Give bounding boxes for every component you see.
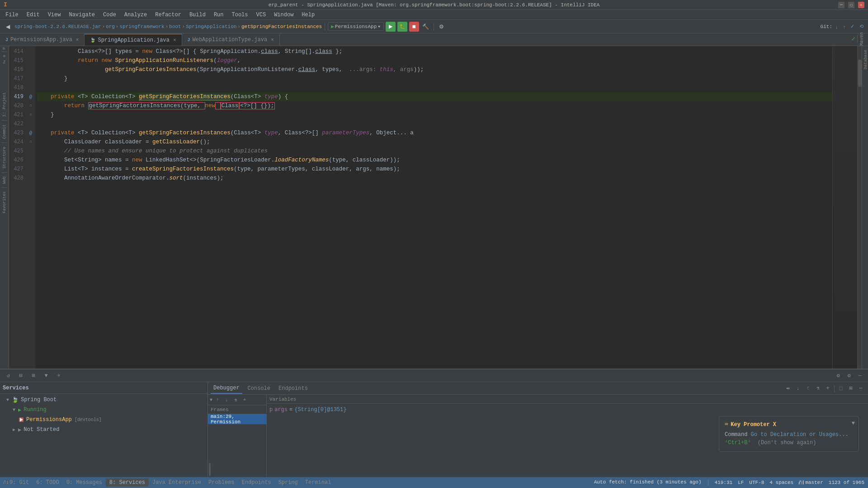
tab-permissionsapp[interactable]: J PermissionsApp.java × (0, 34, 85, 46)
tree-not-started[interactable]: ▶ ▶ Not Started (0, 425, 208, 435)
maximize-button[interactable]: ☐ (848, 2, 854, 8)
close-button[interactable]: ✕ (858, 2, 864, 8)
favorites-label[interactable]: Favorites (2, 191, 7, 213)
expand-arrow-notstarted[interactable]: ▶ (11, 427, 17, 432)
frame-filter-btn[interactable]: ⚗ (231, 396, 240, 404)
breadcrumb-method[interactable]: getSpringFactoriesInstances (241, 24, 322, 29)
frame-add-btn[interactable]: + (241, 396, 249, 404)
debugger-toolbar-more[interactable]: ⋯ (856, 384, 865, 393)
tab-webapplicationtype[interactable]: J WebApplicationType.java × (182, 34, 280, 46)
z-structure[interactable]: Z (3, 60, 5, 65)
close-tab-permissionsapp[interactable]: × (76, 37, 79, 43)
menu-file[interactable]: File (2, 11, 22, 19)
run-config-dropdown[interactable]: ▶ PermissionsApp ▾ (328, 22, 384, 31)
status-scroll-position[interactable]: 1123 of 1965 (829, 479, 864, 486)
services-add-btn[interactable]: + (54, 371, 63, 380)
status-line-endings[interactable]: LF (738, 479, 744, 486)
debugger-tab-console[interactable]: Console (245, 384, 273, 393)
commit-label[interactable]: Commit (2, 124, 7, 139)
close-tab-springapplication[interactable]: × (173, 38, 176, 43)
structure-label[interactable]: Structure (2, 147, 7, 169)
project-label[interactable]: 1: Project (2, 92, 7, 117)
git-push-button[interactable]: ↑ (841, 23, 848, 30)
minimize-button[interactable]: — (838, 2, 844, 8)
menu-navigate[interactable]: Navigate (65, 11, 99, 19)
menu-code[interactable]: Code (99, 11, 120, 19)
panel-config-btn[interactable]: ⚙ (844, 371, 854, 380)
breadcrumb-springframework[interactable]: springframework (119, 24, 164, 29)
debugger-toolbar-restore[interactable]: ⬚ (836, 384, 845, 393)
frames-scrollbar-2[interactable] (212, 462, 215, 477)
menu-window[interactable]: Window (270, 11, 297, 19)
frames-scroll-thumb[interactable] (209, 463, 211, 476)
scrollbar-thumb[interactable] (858, 60, 862, 87)
breadcrumb-springapplication[interactable]: SpringApplication (186, 24, 236, 29)
git-commit-button[interactable]: ✓ (849, 23, 856, 30)
kpx-close-chevron[interactable]: ▼ (852, 420, 855, 426)
menu-help[interactable]: Help (298, 11, 318, 19)
web-label[interactable]: Web (2, 176, 7, 184)
menu-tools[interactable]: Tools (228, 11, 252, 19)
menu-vcs[interactable]: VCS (253, 11, 270, 19)
frames-scrollbar[interactable] (208, 462, 212, 477)
breadcrumb-boot[interactable]: boot (169, 24, 181, 29)
status-tab-services[interactable]: 8: Services (106, 479, 149, 487)
menu-refactor[interactable]: Refactor (151, 11, 185, 19)
tree-running[interactable]: ▼ ▶ Running (0, 405, 208, 415)
debugger-toolbar-btn2[interactable]: ↓ (793, 384, 802, 393)
settings-button[interactable]: ⚙ (437, 22, 447, 32)
services-filter-btn[interactable]: ▼ (42, 371, 51, 380)
menu-run[interactable]: Run (210, 11, 227, 19)
debugger-toolbar-add[interactable]: + (823, 384, 832, 393)
status-encoding[interactable]: UTF-8 (749, 479, 764, 486)
database-panel-tab[interactable]: Database (862, 46, 868, 73)
back-button[interactable]: ◀ (3, 22, 13, 32)
tree-spring-boot[interactable]: ▼ 🍃 Spring Boot (0, 395, 208, 405)
expand-arrow-running[interactable]: ▼ (11, 407, 17, 412)
breadcrumb-org[interactable]: org (106, 24, 115, 29)
status-position[interactable]: 419:31 (715, 479, 733, 486)
build-button[interactable]: 🔨 (421, 22, 431, 32)
panel-minimize-btn[interactable]: — (855, 371, 864, 380)
panel-settings-btn[interactable]: ⚙ (834, 371, 843, 380)
editor-scrollbar[interactable] (857, 46, 862, 369)
debugger-tab-endpoints[interactable]: Endpoints (276, 384, 311, 393)
debugger-toolbar-btn1[interactable]: ⇔ (783, 384, 793, 393)
debug-button[interactable]: 🐛 (397, 22, 407, 32)
kpx-dont-show[interactable]: (Don't show again) (758, 440, 816, 446)
stop-button[interactable]: ■ (409, 22, 419, 32)
structure-icon[interactable]: ≡ (3, 54, 5, 59)
status-tab-endpoints[interactable]: Endpoints (238, 479, 275, 487)
tree-permissionsapp[interactable]: PermissionsApp [devtools] (0, 415, 208, 425)
kpx-command[interactable]: Go to Declaration or Usages... (751, 431, 849, 438)
menu-analyze[interactable]: Analyze (121, 11, 151, 19)
status-tab-terminal[interactable]: Terminal (302, 479, 335, 487)
status-tab-git[interactable]: ⛙ 9: Git (0, 479, 33, 487)
project-icon[interactable]: P (2, 47, 7, 49)
debugger-toolbar-table[interactable]: ⊞ (846, 384, 855, 393)
status-tab-messages[interactable]: 0: Messages (63, 479, 106, 487)
debugger-tab-debugger[interactable]: Debugger (211, 383, 242, 394)
code-editor[interactable]: Class<?>[] types = new Class<?>[] { Spri… (35, 46, 832, 369)
var-item-args[interactable]: p args = {String[0]@1351} (267, 405, 868, 415)
frame-up-btn[interactable]: ↑ (213, 396, 222, 404)
frame-down-btn[interactable]: ↓ (222, 396, 231, 404)
status-tab-problems[interactable]: Problems (205, 479, 238, 487)
debugger-toolbar-filter[interactable]: ⚗ (813, 384, 822, 393)
status-tab-todo[interactable]: 6: TODO (33, 479, 62, 487)
services-collapse-btn[interactable]: ⊟ (16, 371, 25, 380)
annotation-419[interactable]: @ (26, 92, 35, 101)
expand-arrow-springboot[interactable]: ▼ (5, 398, 11, 403)
debugger-toolbar-btn3[interactable]: ↑ (803, 384, 812, 393)
status-tab-java-enterprise[interactable]: Java Enterprise (149, 479, 205, 487)
close-tab-webapplication[interactable]: × (271, 37, 274, 43)
git-history-button[interactable]: ⟲ (858, 23, 865, 30)
tab-springapplication[interactable]: 🍃 SpringApplication.java × (85, 34, 182, 46)
git-update-button[interactable]: ↓ (834, 23, 840, 30)
annotation-423[interactable]: @ (26, 128, 35, 137)
menu-edit[interactable]: Edit (23, 11, 43, 19)
menu-build[interactable]: Build (186, 11, 209, 19)
breadcrumb-jar[interactable]: spring-boot-2.2.6.RELEASE.jar (14, 24, 101, 29)
services-expand-btn[interactable]: ⊞ (29, 371, 38, 380)
status-indent[interactable]: 4 spaces (769, 479, 793, 486)
